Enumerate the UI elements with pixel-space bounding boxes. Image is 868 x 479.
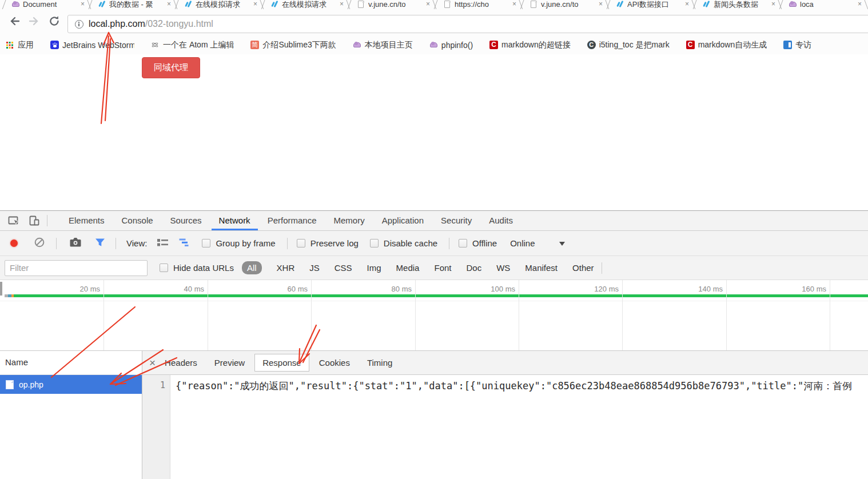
detail-tab[interactable]: Cookies bbox=[319, 358, 350, 368]
bookmark-item[interactable]: 本地项目主页 bbox=[353, 40, 413, 50]
browser-tab[interactable]: API数据接口 × bbox=[608, 0, 694, 9]
tab-title: loca bbox=[800, 0, 855, 9]
bookmark-label: i5ting_toc 是把mark bbox=[599, 40, 670, 50]
devtools-panel-tab[interactable]: Performance bbox=[259, 211, 325, 230]
hide-data-urls-checkbox[interactable] bbox=[160, 264, 168, 272]
response-body: 1 {"reason":"成功的返回","result":{"stat":"1"… bbox=[142, 375, 868, 479]
tab-close-icon[interactable]: × bbox=[685, 0, 692, 8]
offline-checkbox[interactable] bbox=[459, 239, 467, 248]
tab-title: https://cho bbox=[455, 0, 509, 9]
type-filter[interactable]: Manifest bbox=[525, 263, 558, 273]
clear-button[interactable] bbox=[34, 237, 45, 250]
browser-tab[interactable]: 在线模拟请求 × bbox=[262, 0, 349, 9]
tab-close-icon[interactable]: × bbox=[167, 0, 174, 8]
overview-segment-waiting bbox=[11, 294, 14, 297]
devtools-panel-tab[interactable]: Elements bbox=[60, 211, 113, 230]
divider bbox=[56, 238, 57, 249]
close-detail-icon[interactable]: × bbox=[149, 357, 156, 368]
bookmark-favicon-icon bbox=[783, 41, 792, 49]
inspect-element-button[interactable] bbox=[7, 214, 21, 227]
tab-close-icon[interactable]: × bbox=[858, 0, 865, 8]
throttling-dropdown-arrow-icon[interactable] bbox=[559, 242, 565, 249]
bookmark-favicon-icon bbox=[6, 41, 14, 49]
address-bar[interactable]: local.php.com/032-tongyu.html bbox=[67, 15, 868, 33]
devtools-panel-tab[interactable]: Security bbox=[432, 211, 480, 230]
browser-tab[interactable]: 我的数据 - 聚 × bbox=[90, 0, 176, 9]
filter-input[interactable] bbox=[5, 260, 148, 276]
tab-close-icon[interactable]: × bbox=[512, 0, 519, 8]
url-host: local.php.com bbox=[89, 19, 145, 29]
tab-title: 我的数据 - 聚 bbox=[109, 0, 164, 9]
preserve-log-checkbox[interactable] bbox=[297, 239, 305, 248]
same-domain-proxy-button[interactable]: 同域代理 bbox=[142, 57, 200, 78]
detail-tab[interactable]: Response bbox=[254, 354, 309, 372]
type-filter[interactable]: XHR bbox=[277, 263, 295, 273]
detail-tab[interactable]: Timing bbox=[367, 358, 392, 368]
forward-button[interactable] bbox=[27, 14, 42, 29]
group-by-frame-checkbox[interactable] bbox=[202, 239, 210, 248]
view-overview-button[interactable] bbox=[179, 237, 190, 249]
tab-close-icon[interactable]: × bbox=[599, 0, 606, 8]
bookmark-item[interactable]: phpinfo() bbox=[429, 41, 473, 50]
bookmark-item[interactable]: 一个在 Atom 上编辑 bbox=[151, 40, 234, 50]
devtools-panel-tab[interactable]: Sources bbox=[162, 211, 210, 230]
type-filter[interactable]: Img bbox=[367, 263, 381, 273]
device-toolbar-button[interactable] bbox=[27, 214, 41, 227]
record-button[interactable] bbox=[10, 240, 18, 247]
browser-tab[interactable]: v.june.cn/to × bbox=[521, 0, 608, 9]
overview-request-bar bbox=[5, 294, 868, 297]
type-filter[interactable]: WS bbox=[496, 263, 510, 273]
devtools-panel-tab[interactable]: Console bbox=[113, 211, 162, 230]
browser-tab[interactable]: loca × bbox=[781, 0, 867, 9]
browser-tab[interactable]: 在线模拟请求 × bbox=[176, 0, 262, 9]
timeline-tick-label: 60 ms bbox=[257, 285, 308, 293]
filter-toggle-button[interactable] bbox=[94, 237, 106, 250]
devtools-panel-tab[interactable]: Audits bbox=[480, 211, 521, 230]
network-overview[interactable]: 20 ms40 ms60 ms80 ms100 ms120 ms140 ms16… bbox=[0, 280, 868, 351]
browser-tab[interactable]: Document × bbox=[3, 0, 90, 9]
devtools-panel-tab[interactable]: Application bbox=[373, 211, 432, 230]
bookmark-item[interactable]: markdown的超链接 bbox=[489, 40, 571, 50]
type-filter[interactable]: All bbox=[242, 261, 262, 274]
page-info-icon[interactable] bbox=[75, 20, 83, 29]
back-button[interactable] bbox=[7, 14, 22, 29]
detail-tab[interactable]: Headers bbox=[165, 358, 197, 368]
browser-tab[interactable]: https://cho × bbox=[435, 0, 521, 9]
throttling-selected-value[interactable]: Online bbox=[510, 238, 535, 248]
bookmark-item[interactable]: 应用 bbox=[6, 40, 34, 50]
tab-title: 在线模拟请求 bbox=[196, 0, 250, 9]
bookmark-item[interactable]: markdown自动生成 bbox=[686, 40, 767, 50]
devtools-panel-tab[interactable]: Network bbox=[210, 211, 259, 230]
bookmark-item[interactable]: 介绍Sublime3下两款 bbox=[250, 40, 336, 50]
type-filter[interactable]: Other bbox=[572, 263, 594, 273]
view-list-button[interactable] bbox=[157, 237, 169, 249]
reload-button[interactable] bbox=[47, 14, 62, 29]
bookmark-item[interactable]: JetBrains WebStorm bbox=[50, 41, 134, 50]
disable-cache-checkbox[interactable] bbox=[370, 239, 379, 248]
bookmark-favicon-icon bbox=[429, 41, 438, 49]
detail-tab[interactable]: Preview bbox=[214, 358, 245, 368]
type-filter[interactable]: Font bbox=[434, 263, 451, 273]
bookmarks-bar: 应用 JetBrains WebStorm 一个在 Atom 上编辑 介绍Sub… bbox=[0, 35, 868, 54]
devtools-panel-tab[interactable]: Memory bbox=[325, 211, 373, 230]
tab-close-icon[interactable]: × bbox=[771, 0, 778, 8]
tab-close-icon[interactable]: × bbox=[253, 0, 260, 8]
tab-close-icon[interactable]: × bbox=[81, 0, 87, 8]
overview-scrubber[interactable] bbox=[0, 282, 2, 296]
request-row[interactable]: op.php bbox=[0, 375, 142, 394]
preserve-log-label: Preserve log bbox=[310, 238, 359, 248]
type-filter[interactable]: Doc bbox=[466, 263, 481, 273]
bookmark-item[interactable]: 专访 bbox=[783, 40, 811, 50]
request-table-name-header[interactable]: Name bbox=[0, 351, 142, 375]
type-filter[interactable]: CSS bbox=[335, 263, 352, 273]
type-filter[interactable]: Media bbox=[396, 263, 420, 273]
tab-close-icon[interactable]: × bbox=[340, 0, 347, 8]
type-filter[interactable]: JS bbox=[309, 263, 320, 273]
forward-arrow-icon bbox=[27, 14, 42, 29]
bookmark-item[interactable]: i5ting_toc 是把mark bbox=[587, 40, 670, 50]
browser-tab[interactable]: 新闻头条数据 × bbox=[694, 0, 781, 9]
tab-close-icon[interactable]: × bbox=[426, 0, 433, 8]
browser-tab[interactable]: v.june.cn/to × bbox=[349, 0, 435, 9]
screenshot-button[interactable] bbox=[69, 236, 82, 250]
tab-favicon-icon bbox=[443, 0, 452, 9]
